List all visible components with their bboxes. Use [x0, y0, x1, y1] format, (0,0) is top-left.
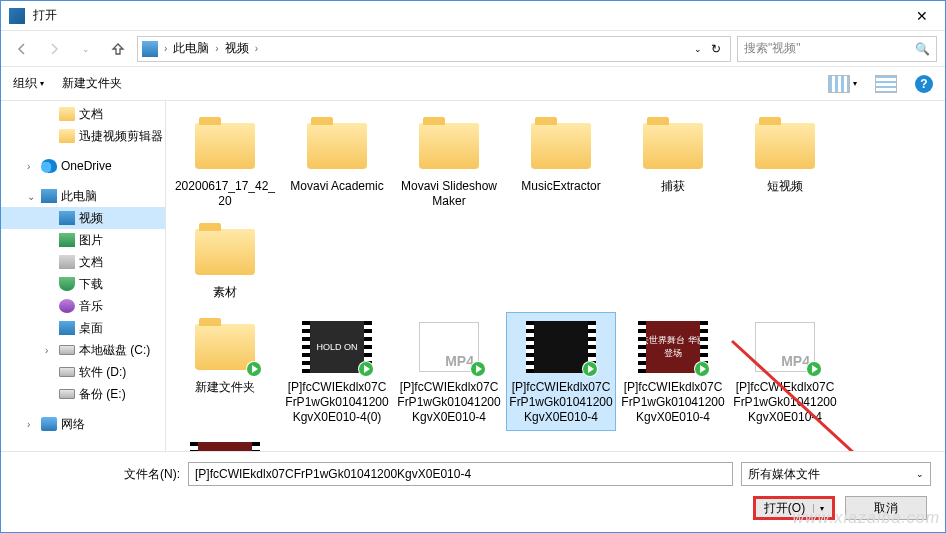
nav-back-button[interactable] [9, 36, 35, 62]
file-label: 20200617_17_42_20 [172, 179, 278, 209]
sidebar-item[interactable]: 下载 [1, 273, 165, 295]
file-label: 新建文件夹 [172, 380, 278, 395]
sidebar-item[interactable]: ⌄此电脑 [1, 185, 165, 207]
file-item[interactable]: MusicExtractor [506, 111, 616, 215]
filename-input[interactable] [188, 462, 733, 486]
view-details-button[interactable] [875, 75, 897, 93]
sidebar-item-label: 文档 [79, 106, 103, 123]
file-label: [P]fcCWIEkdlx07CFrP1wGk01041200KgvX0E010… [508, 380, 614, 425]
file-type-filter[interactable]: 所有媒体文件⌄ [741, 462, 931, 486]
sidebar-item[interactable]: 文档 [1, 251, 165, 273]
refresh-button[interactable]: ↻ [706, 42, 726, 56]
organize-menu[interactable]: 组织▾ [13, 75, 44, 92]
sidebar-item-label: 迅捷视频剪辑器 [79, 128, 163, 145]
file-pane[interactable]: 20200617_17_42_20Movavi AcademicMovavi S… [166, 101, 945, 451]
file-label: Movavi Slideshow Maker [396, 179, 502, 209]
search-icon: 🔍 [915, 42, 930, 56]
nav-up-button[interactable] [105, 36, 131, 62]
open-button[interactable]: 打开(O)▾ [753, 496, 835, 520]
ico-music-icon [59, 299, 75, 313]
location-icon [142, 41, 158, 57]
nav-bar: ⌄ › 此电脑 › 视频 › ⌄ ↻ 搜索"视频" 🔍 [1, 31, 945, 67]
ico-drive-icon [59, 367, 75, 377]
folder-icon [195, 123, 255, 169]
file-item[interactable]: MP4[P]fcCWIEkdlx07CFrP1wGk01041200KgvX0E… [394, 312, 504, 431]
sidebar-item-label: 此电脑 [61, 188, 97, 205]
sidebar-item[interactable]: ›网络 [1, 413, 165, 435]
play-badge-icon [357, 360, 375, 378]
ico-drive-icon [59, 345, 75, 355]
close-button[interactable]: ✕ [907, 8, 937, 24]
titlebar: 打开 ✕ [1, 1, 945, 31]
sidebar-item[interactable]: 图片 [1, 229, 165, 251]
sidebar-item[interactable]: 软件 (D:) [1, 361, 165, 383]
file-item[interactable]: MP4[P]fcCWIEkdlx07CFrP1wGk01041200KgvX0E… [730, 312, 840, 431]
window-title: 打开 [33, 7, 907, 24]
folder-icon [643, 123, 703, 169]
search-input[interactable]: 搜索"视频" 🔍 [737, 36, 937, 62]
sidebar-item-label: 软件 (D:) [79, 364, 126, 381]
file-label: [P]fcCWIEkdlx07CFrP1wGk01041200KgvX0E010… [620, 380, 726, 425]
play-badge-icon [245, 360, 263, 378]
ico-desk-icon [59, 321, 75, 335]
file-label: Movavi Academic [284, 179, 390, 194]
file-label: [P]fcCWIEkdlx07CFrP1wGk01041200KgvX0E010… [284, 380, 390, 425]
breadcrumb-pc[interactable]: 此电脑 [173, 40, 209, 57]
chevron-icon: › [164, 43, 167, 54]
nav-recent-button[interactable]: ⌄ [73, 36, 99, 62]
sidebar-item-label: 网络 [61, 416, 85, 433]
nav-forward-button[interactable] [41, 36, 67, 62]
sidebar-item-label: 本地磁盘 (C:) [79, 342, 150, 359]
sidebar: 文档迅捷视频剪辑器›OneDrive⌄此电脑视频图片文档下载音乐桌面›本地磁盘 … [1, 101, 166, 451]
sidebar-item[interactable]: 音乐 [1, 295, 165, 317]
file-label: MusicExtractor [508, 179, 614, 194]
address-dropdown[interactable]: ⌄ [694, 44, 702, 54]
app-icon [9, 8, 25, 24]
filename-label: 文件名(N): [15, 466, 180, 483]
chevron-icon: › [255, 43, 258, 54]
file-label: [P]fcCWIEkdlx07CFrP1wGk01041200KgvX0E010… [396, 380, 502, 425]
sidebar-item[interactable]: ›本地磁盘 (C:) [1, 339, 165, 361]
video-thumb: 去世界舞台 华丽登场 [190, 442, 260, 451]
sidebar-item[interactable]: 文档 [1, 103, 165, 125]
file-item[interactable]: Movavi Academic [282, 111, 392, 215]
cancel-button[interactable]: 取消 [845, 496, 927, 520]
ico-folder-icon [59, 129, 75, 143]
sidebar-item[interactable]: 桌面 [1, 317, 165, 339]
file-label: 素材 [172, 285, 278, 300]
file-label: [P]fcCWIEkdlx07CFrP1wGk01041200KgvX0E010… [732, 380, 838, 425]
sidebar-item[interactable]: ›OneDrive [1, 155, 165, 177]
ico-onedrive-icon [41, 159, 57, 173]
ico-drive-icon [59, 389, 75, 399]
sidebar-item[interactable]: 迅捷视频剪辑器 [1, 125, 165, 147]
file-label: 短视频 [732, 179, 838, 194]
breadcrumb-videos[interactable]: 视频 [225, 40, 249, 57]
sidebar-item-label: 视频 [79, 210, 103, 227]
play-badge-icon [581, 360, 599, 378]
play-badge-icon [805, 360, 823, 378]
file-label: 捕获 [620, 179, 726, 194]
file-item[interactable]: 去世界舞台 华丽登场[P]fcCWIEkdlx07CFrP1wGk0104120… [170, 433, 280, 451]
file-item[interactable]: 短视频 [730, 111, 840, 215]
file-item[interactable]: 素材 [170, 217, 280, 306]
view-icons-button[interactable]: ▾ [828, 75, 857, 93]
folder-icon [755, 123, 815, 169]
file-item[interactable]: 捕获 [618, 111, 728, 215]
file-item[interactable]: 去世界舞台 华丽登场[P]fcCWIEkdlx07CFrP1wGk0104120… [618, 312, 728, 431]
file-item[interactable]: 新建文件夹 [170, 312, 280, 431]
search-placeholder: 搜索"视频" [744, 40, 801, 57]
new-folder-button[interactable]: 新建文件夹 [62, 75, 122, 92]
ico-pc-icon [41, 189, 57, 203]
file-item[interactable]: HOLD ON[P]fcCWIEkdlx07CFrP1wGk01041200Kg… [282, 312, 392, 431]
address-bar[interactable]: › 此电脑 › 视频 › ⌄ ↻ [137, 36, 731, 62]
help-button[interactable]: ? [915, 75, 933, 93]
ico-doc-icon [59, 255, 75, 269]
sidebar-item-label: 下载 [79, 276, 103, 293]
sidebar-item[interactable]: 视频 [1, 207, 165, 229]
file-item[interactable]: Movavi Slideshow Maker [394, 111, 504, 215]
file-item[interactable]: 20200617_17_42_20 [170, 111, 280, 215]
sidebar-item[interactable]: 备份 (E:) [1, 383, 165, 405]
ico-down-icon [59, 277, 75, 291]
file-item[interactable]: [P]fcCWIEkdlx07CFrP1wGk01041200KgvX0E010… [506, 312, 616, 431]
folder-icon [195, 229, 255, 275]
